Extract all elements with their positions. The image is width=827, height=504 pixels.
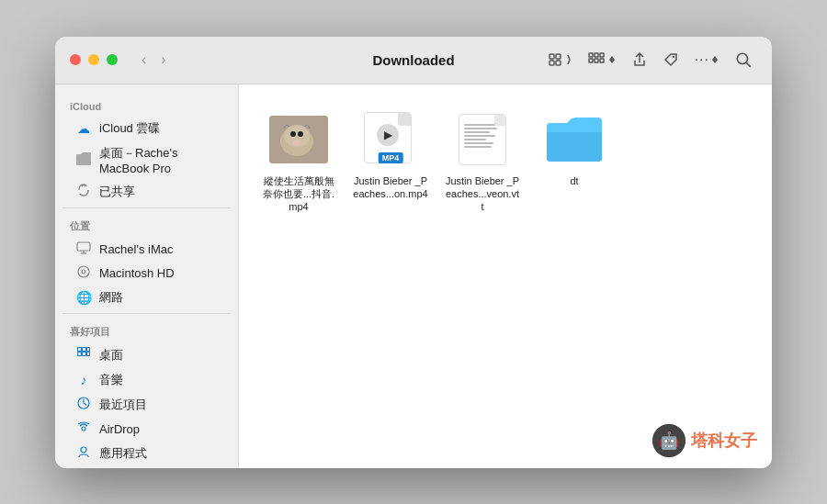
text-line: [464, 139, 486, 140]
file-icon-video1: [269, 110, 328, 169]
minimize-button[interactable]: [88, 54, 99, 65]
file-icon-vtt: [453, 110, 512, 169]
svg-rect-1: [556, 54, 561, 59]
text-lines: [464, 124, 501, 148]
file-item-vtt[interactable]: Justin Bieber _Peaches...veon.vtt: [441, 103, 524, 221]
music-icon: ♪: [75, 373, 92, 387]
svg-rect-3: [556, 61, 561, 65]
svg-rect-5: [589, 59, 593, 62]
svg-point-15: [78, 266, 89, 277]
sidebar-item-documents[interactable]: 文件: [61, 466, 232, 468]
svg-line-11: [746, 62, 751, 67]
forward-button[interactable]: ›: [155, 50, 171, 70]
svg-rect-22: [87, 353, 90, 356]
sidebar-item-apps[interactable]: 應用程式: [61, 442, 232, 465]
file-name-video2: Justin Bieber _Peaches...on.mp4: [353, 174, 428, 201]
sidebar-item-rachels-imac[interactable]: Rachel's iMac: [61, 238, 232, 261]
file-icon-folder: [545, 110, 604, 169]
text-document: [459, 114, 506, 165]
sidebar-item-icloud-drive[interactable]: ☁ iCloud 雲碟: [61, 117, 232, 140]
tag-button[interactable]: [658, 49, 684, 71]
sidebar-item-macintosh-hd[interactable]: Macintosh HD: [61, 262, 232, 285]
svg-rect-20: [83, 353, 86, 356]
close-button[interactable]: [70, 54, 81, 65]
svg-point-25: [81, 447, 86, 453]
locations-section-label: 位置: [55, 212, 238, 237]
airdrop-icon: [75, 421, 92, 437]
sidebar-item-label: 已共享: [99, 184, 135, 200]
sidebar-item-label: AirDrop: [99, 422, 140, 436]
share-button[interactable]: [627, 49, 652, 71]
text-line: [464, 135, 495, 137]
video-thumbnail: [269, 116, 328, 163]
file-item-video2[interactable]: ▶ MP4 Justin Bieber _Peaches...on.mp4: [349, 103, 432, 221]
sidebar-item-label: 應用程式: [99, 445, 147, 462]
file-area: 縱使生活萬般無奈你也要...抖音.mp4 ▶ MP4 Justin Bieber…: [239, 84, 772, 468]
icloud-section-label: iCloud: [55, 94, 238, 116]
sidebar-item-label: 音樂: [99, 372, 123, 388]
text-line: [464, 142, 493, 144]
desktop-icon: [75, 347, 92, 363]
svg-point-16: [82, 270, 85, 274]
svg-rect-8: [600, 53, 604, 57]
folder-icon: [75, 152, 92, 168]
watermark: 🤖 塔科女子: [652, 424, 757, 457]
apps-icon: [75, 445, 92, 461]
window-title: Downloaded: [372, 52, 454, 68]
back-button[interactable]: ‹: [136, 50, 152, 70]
recents-icon: [75, 397, 92, 412]
svg-point-10: [737, 53, 747, 63]
traffic-lights: [70, 54, 118, 65]
titlebar: ‹ › Downloaded: [55, 37, 772, 84]
folder-svg: [545, 116, 604, 163]
finder-window: ‹ › Downloaded: [55, 37, 772, 468]
svg-point-30: [290, 131, 296, 137]
file-name-vtt: Justin Bieber _Peaches...veon.vtt: [445, 174, 520, 214]
svg-rect-18: [83, 348, 86, 352]
watermark-icon: 🤖: [652, 424, 685, 457]
favorites-section-label: 喜好項目: [55, 318, 238, 342]
more-button[interactable]: ···: [689, 48, 724, 72]
file-item-video1[interactable]: 縱使生活萬般無奈你也要...抖音.mp4: [257, 103, 340, 221]
sidebar-item-desktop-macbook[interactable]: 桌面－Rache's MacBook Pro: [61, 141, 232, 179]
nav-buttons: ‹ ›: [136, 50, 172, 70]
svg-rect-0: [549, 54, 554, 59]
text-line: [464, 146, 492, 148]
svg-rect-9: [600, 59, 604, 62]
svg-rect-17: [78, 348, 82, 352]
svg-rect-12: [77, 242, 90, 251]
main-content: iCloud ☁ iCloud 雲碟 桌面－Rache's MacBook Pr…: [55, 84, 772, 468]
search-button[interactable]: [730, 48, 757, 72]
sidebar-item-airdrop[interactable]: AirDrop: [61, 418, 232, 441]
svg-rect-6: [595, 53, 598, 57]
maximize-button[interactable]: [107, 54, 118, 65]
sidebar-divider-2: [62, 313, 231, 314]
view-icon-button[interactable]: [542, 49, 577, 71]
monitor-icon: [75, 241, 92, 257]
svg-point-32: [292, 140, 301, 146]
sidebar-item-label: 最近項目: [99, 397, 147, 413]
file-icon-video2: ▶ MP4: [361, 110, 420, 169]
sidebar-item-label: iCloud 雲碟: [99, 120, 160, 137]
sidebar-item-label: Macintosh HD: [99, 266, 175, 280]
sidebar-item-music[interactable]: ♪ 音樂: [61, 368, 232, 392]
sidebar-divider: [62, 207, 231, 208]
sidebar-item-label: 網路: [99, 289, 123, 306]
svg-point-31: [298, 131, 303, 137]
svg-rect-4: [589, 53, 593, 57]
text-line: [464, 124, 495, 126]
svg-text:🤖: 🤖: [659, 431, 680, 451]
svg-rect-21: [87, 348, 90, 352]
sidebar: iCloud ☁ iCloud 雲碟 桌面－Rache's MacBook Pr…: [55, 84, 239, 468]
sidebar-item-label: 桌面－Rache's MacBook Pro: [99, 145, 218, 175]
sidebar-item-network[interactable]: 🌐 網路: [61, 286, 232, 309]
file-item-folder[interactable]: dt: [533, 103, 616, 221]
watermark-text: 塔科女子: [691, 430, 757, 452]
sidebar-item-shared[interactable]: 已共享: [61, 180, 232, 204]
disk-icon: [75, 265, 92, 281]
share-icon: [75, 184, 92, 199]
mp4-badge: MP4: [379, 152, 403, 163]
sidebar-item-desktop[interactable]: 桌面: [61, 343, 232, 367]
group-button[interactable]: [583, 49, 621, 71]
sidebar-item-recents[interactable]: 最近項目: [61, 393, 232, 417]
